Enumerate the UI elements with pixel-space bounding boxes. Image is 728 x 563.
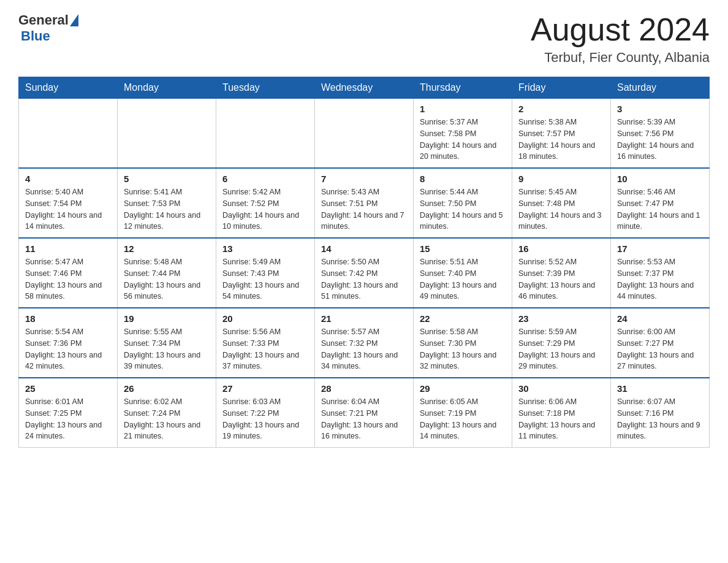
day-number: 17 bbox=[617, 243, 703, 254]
table-row: 17Sunrise: 5:53 AM Sunset: 7:37 PM Dayli… bbox=[611, 238, 710, 308]
table-row: 12Sunrise: 5:48 AM Sunset: 7:44 PM Dayli… bbox=[118, 238, 216, 308]
col-header-friday: Friday bbox=[512, 77, 611, 99]
logo: General Blue bbox=[18, 12, 80, 44]
table-row: 20Sunrise: 5:56 AM Sunset: 7:33 PM Dayli… bbox=[216, 308, 315, 378]
table-row: 29Sunrise: 6:05 AM Sunset: 7:19 PM Dayli… bbox=[414, 378, 512, 448]
table-row: 16Sunrise: 5:52 AM Sunset: 7:39 PM Dayli… bbox=[512, 238, 611, 308]
table-row: 3Sunrise: 5:39 AM Sunset: 7:56 PM Daylig… bbox=[611, 99, 710, 169]
table-row: 26Sunrise: 6:02 AM Sunset: 7:24 PM Dayli… bbox=[118, 378, 216, 448]
table-row: 30Sunrise: 6:06 AM Sunset: 7:18 PM Dayli… bbox=[512, 378, 611, 448]
day-number: 28 bbox=[321, 383, 407, 394]
day-number: 14 bbox=[321, 243, 407, 254]
day-number: 19 bbox=[124, 313, 210, 324]
calendar-week-row: 25Sunrise: 6:01 AM Sunset: 7:25 PM Dayli… bbox=[19, 378, 710, 448]
table-row bbox=[19, 99, 118, 169]
day-info: Sunrise: 5:57 AM Sunset: 7:32 PM Dayligh… bbox=[321, 326, 407, 372]
day-number: 8 bbox=[420, 174, 506, 184]
day-info: Sunrise: 5:42 AM Sunset: 7:52 PM Dayligh… bbox=[222, 186, 308, 232]
day-info: Sunrise: 6:00 AM Sunset: 7:27 PM Dayligh… bbox=[617, 326, 703, 372]
table-row: 8Sunrise: 5:44 AM Sunset: 7:50 PM Daylig… bbox=[414, 168, 512, 238]
day-info: Sunrise: 6:03 AM Sunset: 7:22 PM Dayligh… bbox=[222, 396, 308, 442]
table-row: 23Sunrise: 5:59 AM Sunset: 7:29 PM Dayli… bbox=[512, 308, 611, 378]
table-row: 24Sunrise: 6:00 AM Sunset: 7:27 PM Dayli… bbox=[611, 308, 710, 378]
day-number: 25 bbox=[25, 383, 111, 394]
logo-general: General bbox=[18, 12, 69, 28]
table-row: 1Sunrise: 5:37 AM Sunset: 7:58 PM Daylig… bbox=[414, 99, 512, 169]
col-header-wednesday: Wednesday bbox=[315, 77, 414, 99]
col-header-sunday: Sunday bbox=[19, 77, 118, 99]
table-row: 11Sunrise: 5:47 AM Sunset: 7:46 PM Dayli… bbox=[19, 238, 118, 308]
day-info: Sunrise: 5:37 AM Sunset: 7:58 PM Dayligh… bbox=[420, 117, 506, 163]
day-info: Sunrise: 5:43 AM Sunset: 7:51 PM Dayligh… bbox=[321, 186, 407, 232]
day-number: 7 bbox=[321, 174, 407, 184]
day-number: 22 bbox=[420, 313, 506, 324]
day-number: 20 bbox=[222, 313, 308, 324]
col-header-thursday: Thursday bbox=[414, 77, 512, 99]
table-row: 21Sunrise: 5:57 AM Sunset: 7:32 PM Dayli… bbox=[315, 308, 414, 378]
day-number: 3 bbox=[617, 104, 703, 114]
calendar-week-row: 18Sunrise: 5:54 AM Sunset: 7:36 PM Dayli… bbox=[19, 308, 710, 378]
day-info: Sunrise: 5:47 AM Sunset: 7:46 PM Dayligh… bbox=[25, 256, 111, 302]
location-title: Terbuf, Fier County, Albania bbox=[531, 50, 710, 66]
day-info: Sunrise: 5:53 AM Sunset: 7:37 PM Dayligh… bbox=[617, 256, 703, 302]
day-number: 9 bbox=[518, 174, 604, 184]
day-info: Sunrise: 5:41 AM Sunset: 7:53 PM Dayligh… bbox=[124, 186, 210, 232]
table-row: 27Sunrise: 6:03 AM Sunset: 7:22 PM Dayli… bbox=[216, 378, 315, 448]
col-header-saturday: Saturday bbox=[611, 77, 710, 99]
day-number: 23 bbox=[518, 313, 604, 324]
table-row: 22Sunrise: 5:58 AM Sunset: 7:30 PM Dayli… bbox=[414, 308, 512, 378]
day-info: Sunrise: 6:06 AM Sunset: 7:18 PM Dayligh… bbox=[518, 396, 604, 442]
day-info: Sunrise: 5:46 AM Sunset: 7:47 PM Dayligh… bbox=[617, 186, 703, 232]
day-info: Sunrise: 5:48 AM Sunset: 7:44 PM Dayligh… bbox=[124, 256, 210, 302]
logo-blue: Blue bbox=[21, 28, 50, 44]
title-area: August 2024 Terbuf, Fier County, Albania bbox=[531, 12, 710, 66]
table-row: 4Sunrise: 5:40 AM Sunset: 7:54 PM Daylig… bbox=[19, 168, 118, 238]
calendar-week-row: 11Sunrise: 5:47 AM Sunset: 7:46 PM Dayli… bbox=[19, 238, 710, 308]
day-number: 12 bbox=[124, 243, 210, 254]
day-info: Sunrise: 5:58 AM Sunset: 7:30 PM Dayligh… bbox=[420, 326, 506, 372]
table-row: 25Sunrise: 6:01 AM Sunset: 7:25 PM Dayli… bbox=[19, 378, 118, 448]
table-row bbox=[216, 99, 315, 169]
table-row: 2Sunrise: 5:38 AM Sunset: 7:57 PM Daylig… bbox=[512, 99, 611, 169]
table-row: 18Sunrise: 5:54 AM Sunset: 7:36 PM Dayli… bbox=[19, 308, 118, 378]
day-number: 4 bbox=[25, 174, 111, 184]
day-info: Sunrise: 5:40 AM Sunset: 7:54 PM Dayligh… bbox=[25, 186, 111, 232]
day-info: Sunrise: 5:39 AM Sunset: 7:56 PM Dayligh… bbox=[617, 117, 703, 163]
month-title: August 2024 bbox=[531, 12, 710, 47]
col-header-tuesday: Tuesday bbox=[216, 77, 315, 99]
day-number: 30 bbox=[518, 383, 604, 394]
day-number: 5 bbox=[124, 174, 210, 184]
table-row: 19Sunrise: 5:55 AM Sunset: 7:34 PM Dayli… bbox=[118, 308, 216, 378]
day-number: 2 bbox=[518, 104, 604, 114]
day-number: 27 bbox=[222, 383, 308, 394]
day-number: 26 bbox=[124, 383, 210, 394]
day-info: Sunrise: 5:38 AM Sunset: 7:57 PM Dayligh… bbox=[518, 117, 604, 163]
calendar-week-row: 1Sunrise: 5:37 AM Sunset: 7:58 PM Daylig… bbox=[19, 99, 710, 169]
day-info: Sunrise: 6:02 AM Sunset: 7:24 PM Dayligh… bbox=[124, 396, 210, 442]
day-number: 1 bbox=[420, 104, 506, 114]
logo-triangle-icon bbox=[70, 14, 78, 26]
table-row bbox=[315, 99, 414, 169]
table-row: 14Sunrise: 5:50 AM Sunset: 7:42 PM Dayli… bbox=[315, 238, 414, 308]
day-info: Sunrise: 5:59 AM Sunset: 7:29 PM Dayligh… bbox=[518, 326, 604, 372]
col-header-monday: Monday bbox=[118, 77, 216, 99]
calendar-header-row: SundayMondayTuesdayWednesdayThursdayFrid… bbox=[19, 77, 710, 99]
table-row: 5Sunrise: 5:41 AM Sunset: 7:53 PM Daylig… bbox=[118, 168, 216, 238]
day-info: Sunrise: 5:55 AM Sunset: 7:34 PM Dayligh… bbox=[124, 326, 210, 372]
day-number: 10 bbox=[617, 174, 703, 184]
day-number: 21 bbox=[321, 313, 407, 324]
day-info: Sunrise: 6:07 AM Sunset: 7:16 PM Dayligh… bbox=[617, 396, 703, 442]
day-number: 15 bbox=[420, 243, 506, 254]
table-row: 6Sunrise: 5:42 AM Sunset: 7:52 PM Daylig… bbox=[216, 168, 315, 238]
day-info: Sunrise: 5:49 AM Sunset: 7:43 PM Dayligh… bbox=[222, 256, 308, 302]
day-info: Sunrise: 5:54 AM Sunset: 7:36 PM Dayligh… bbox=[25, 326, 111, 372]
table-row bbox=[118, 99, 216, 169]
day-number: 29 bbox=[420, 383, 506, 394]
day-info: Sunrise: 5:51 AM Sunset: 7:40 PM Dayligh… bbox=[420, 256, 506, 302]
day-number: 16 bbox=[518, 243, 604, 254]
day-info: Sunrise: 5:44 AM Sunset: 7:50 PM Dayligh… bbox=[420, 186, 506, 232]
day-number: 13 bbox=[222, 243, 308, 254]
day-info: Sunrise: 5:56 AM Sunset: 7:33 PM Dayligh… bbox=[222, 326, 308, 372]
day-info: Sunrise: 5:52 AM Sunset: 7:39 PM Dayligh… bbox=[518, 256, 604, 302]
day-number: 6 bbox=[222, 174, 308, 184]
